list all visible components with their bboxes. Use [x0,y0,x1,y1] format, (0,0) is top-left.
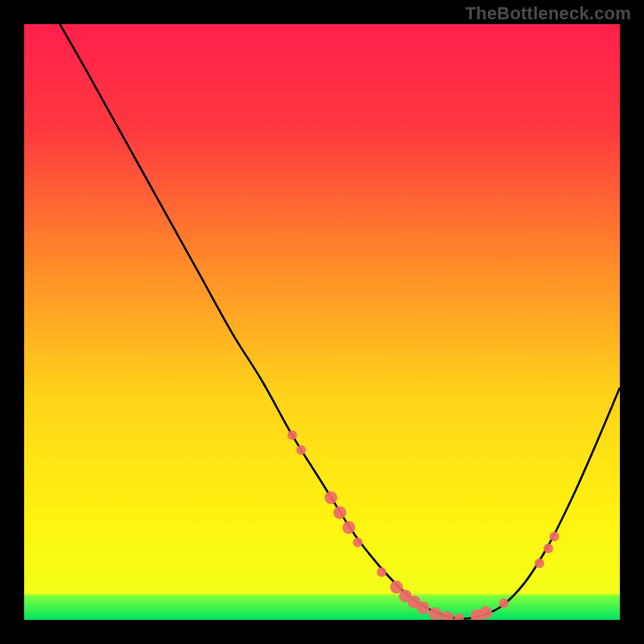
curve-marker [417,601,430,614]
curve-marker [296,445,306,455]
plot-area [24,24,620,620]
curve-marker [287,431,297,440]
curve-marker [480,606,493,619]
curve-marker [333,506,346,519]
curve-marker [499,598,509,608]
bottleneck-plot-svg [24,24,620,620]
curve-marker [324,491,337,504]
curve-marker [353,538,362,547]
curve-marker [377,568,386,577]
curve-marker [543,543,553,553]
curve-marker [535,559,544,568]
curve-marker [550,531,559,541]
gradient-background [24,24,620,620]
watermark-text: TheBottleneck.com [465,3,631,24]
chart-frame: TheBottleneck.com [0,0,644,644]
curve-marker [429,608,442,620]
curve-marker [342,521,355,534]
